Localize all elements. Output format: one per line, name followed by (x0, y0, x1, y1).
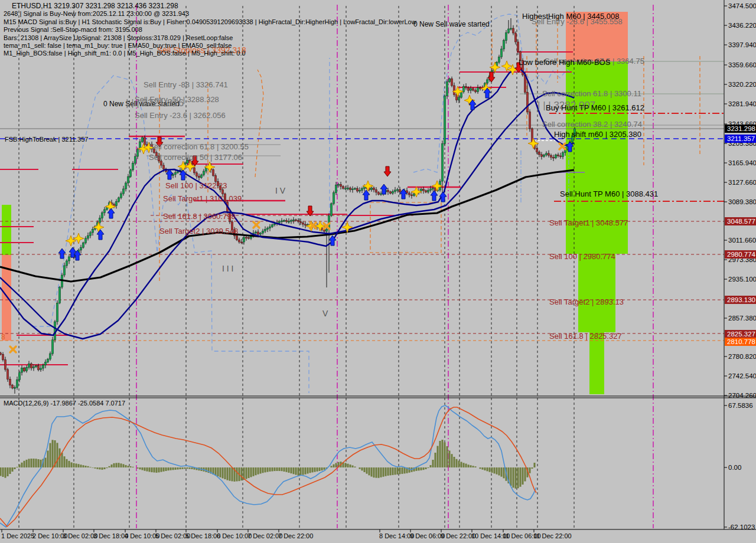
ea-signal-line: Previous Signal :Sell-Stop-macd from: 31… (4, 26, 416, 34)
time-axis-label[interactable]: 9 Dec 06:00 (410, 532, 445, 539)
time-axis-label[interactable]: 7 Dec 22:00 (278, 532, 313, 539)
price-tick-label[interactable]: 3474.500 (728, 2, 756, 9)
price-tick-label[interactable]: 2742.540 (728, 372, 756, 380)
time-axis-label[interactable]: 9 Dec 22:00 (441, 532, 475, 539)
demand-zone-left[interactable] (2, 205, 11, 255)
time-axis-label[interactable]: 5 Dec 18:00 (185, 532, 220, 539)
macd-tick-label[interactable]: -62.1023 (728, 524, 755, 531)
price-tick-label[interactable]: 2935.100 (728, 276, 756, 283)
buy-arrow-icon (431, 191, 438, 201)
time-axis-label[interactable]: 7 Dec 02:00 (247, 532, 282, 539)
supply-zone-top[interactable] (566, 12, 628, 61)
time-axis-label[interactable]: 8 Dec 14:00 (379, 532, 414, 539)
symbol-ohlc-title: ETHUSD,H1 3219.307 3231.298 3213.436 323… (4, 2, 416, 10)
price-marker-label: 3211.357 (727, 135, 755, 142)
price-tick-label[interactable]: 2780.820 (728, 353, 756, 360)
demand-zone-wide[interactable] (566, 61, 628, 254)
time-axis-label[interactable]: 3 Dec 02:00 (63, 532, 97, 539)
sell-arrow-icon (384, 166, 391, 176)
price-marker-label: 2980.774 (727, 251, 756, 258)
demand-zone-narrow[interactable] (589, 332, 604, 394)
ea-signal-line: 2648 | Signal is Buy-New from:2025.12.11… (4, 10, 416, 18)
signal-star-icon (93, 222, 104, 233)
buy-arrow-icon (107, 208, 115, 218)
macd-tick-label[interactable]: 0.00 (728, 464, 741, 471)
price-tick-label[interactable]: 3011.660 (728, 237, 756, 244)
ea-info-block: ETHUSD,H1 3219.307 3231.298 3213.436 323… (4, 2, 416, 58)
signal-star-icon (73, 233, 84, 244)
mt4-chart-window[interactable]: 3474.5003436.2203397.9403359.6603320.220… (0, 0, 756, 543)
macd-tick-label[interactable]: 67.5836 (728, 402, 753, 409)
sell-arrow-icon (515, 63, 522, 73)
time-axis-label[interactable]: 6 Dec 10:00 (217, 532, 252, 539)
chart-canvas[interactable]: 3474.5003436.2203397.9403359.6603320.220… (0, 0, 756, 543)
time-axis-label[interactable]: 3 Dec 18:00 (93, 532, 128, 539)
buy-arrow-icon (439, 192, 447, 202)
price-tick-label[interactable]: 3436.220 (728, 22, 756, 29)
fractal-dashed-line (255, 70, 263, 177)
price-marker-label: 3048.577 (727, 218, 755, 225)
macd-indicator-label: MACD(12,26,9) -17.9867 -25.0584 7.0717 (4, 400, 125, 407)
buy-arrow-icon (363, 190, 370, 200)
price-tick-label[interactable]: 3089.380 (728, 198, 756, 205)
buy-arrow-icon (69, 247, 76, 257)
time-axis-label[interactable]: 1 Dec 2025 (1, 532, 34, 539)
price-marker-label: 2825.327 (727, 331, 755, 338)
price-tick-label[interactable]: 3397.940 (728, 41, 756, 48)
ea-signal-line: tema_m1_sell: false | tema_m1_buy: true … (4, 42, 416, 50)
ea-signal-line: Bars: 21308 | ArraySize UpSignal: 21308 … (4, 34, 416, 42)
buy-arrow-icon (380, 184, 387, 194)
price-marker-label: 2810.778 (727, 338, 755, 345)
price-marker-label: 3231.298 (727, 125, 755, 132)
sell-arrow-icon (488, 72, 495, 82)
macd-histogram (0, 440, 536, 489)
time-axis-label[interactable]: 11 Dec 22:00 (533, 532, 572, 539)
price-tick-label[interactable]: 3320.220 (728, 81, 756, 88)
price-marker-label: 2893.130 (727, 296, 755, 303)
price-tick-label[interactable]: 3165.940 (728, 159, 756, 166)
ea-signal-line: M1_High_BOS:false | High_shift_m1: 0.0 |… (4, 50, 416, 57)
price-tick-label[interactable]: 2857.380 (728, 315, 756, 322)
ema-slow-line (0, 93, 574, 339)
price-tick-label[interactable]: 2704.260 (728, 392, 756, 399)
price-tick-label[interactable]: 3359.660 (728, 61, 756, 68)
price-tick-label[interactable]: 3127.660 (728, 179, 756, 186)
demand-zone-mid[interactable] (578, 254, 615, 332)
ea-signal-line: M15 MACD Signal is:Buy | H1 Stochastic S… (4, 18, 416, 26)
time-axis-label[interactable]: 4 Dec 10:00 (125, 532, 159, 539)
price-tick-label[interactable]: 3281.940 (728, 100, 756, 107)
ema-fast-line (0, 68, 574, 335)
